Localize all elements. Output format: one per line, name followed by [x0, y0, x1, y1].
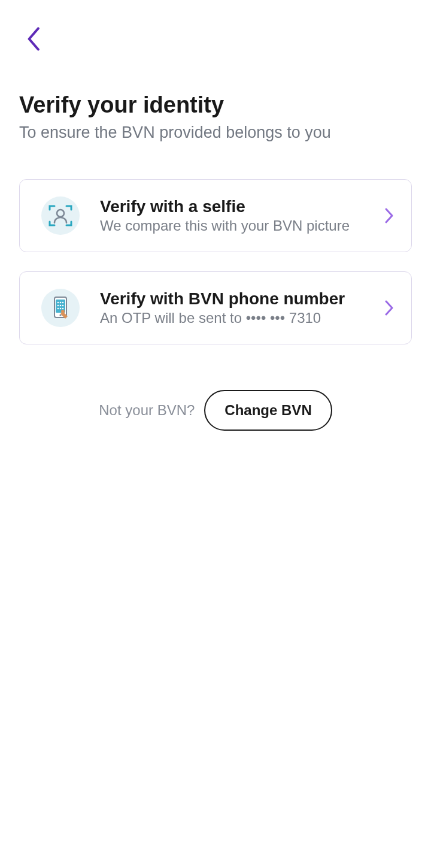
selfie-scan-icon — [41, 196, 80, 235]
svg-point-4 — [60, 301, 62, 303]
option-text: Verify with BVN phone number An OTP will… — [100, 289, 363, 326]
page-subtitle: To ensure the BVN provided belongs to yo… — [19, 122, 412, 143]
footer-row: Not your BVN? Change BVN — [19, 390, 412, 431]
verify-identity-screen: Verify your identity To ensure the BVN p… — [0, 0, 431, 431]
chevron-right-icon — [384, 299, 394, 317]
header-block: Verify your identity To ensure the BVN p… — [19, 92, 412, 143]
chevron-left-icon — [26, 27, 43, 53]
svg-point-11 — [62, 307, 64, 309]
phone-otp-icon — [41, 289, 80, 327]
svg-point-8 — [62, 304, 64, 306]
svg-point-9 — [57, 307, 59, 309]
chevron-right-icon — [384, 207, 394, 225]
not-your-bvn-label: Not your BVN? — [99, 402, 195, 419]
svg-point-10 — [60, 307, 62, 309]
option-title: Verify with a selfie — [100, 197, 363, 216]
change-bvn-button[interactable]: Change BVN — [204, 390, 332, 431]
option-subtitle: An OTP will be sent to •••• ••• 7310 — [100, 310, 363, 326]
option-verify-phone[interactable]: Verify with BVN phone number An OTP will… — [19, 271, 412, 344]
svg-point-0 — [57, 210, 64, 217]
svg-point-5 — [62, 301, 64, 303]
option-title: Verify with BVN phone number — [100, 289, 363, 309]
svg-point-13 — [61, 310, 65, 313]
svg-point-3 — [57, 301, 59, 303]
option-verify-selfie[interactable]: Verify with a selfie We compare this wit… — [19, 179, 412, 252]
svg-point-6 — [57, 304, 59, 306]
page-title: Verify your identity — [19, 92, 412, 119]
back-button[interactable] — [20, 25, 49, 54]
option-text: Verify with a selfie We compare this wit… — [100, 197, 363, 234]
svg-point-7 — [60, 304, 62, 306]
options-list: Verify with a selfie We compare this wit… — [19, 179, 412, 344]
option-subtitle: We compare this with your BVN picture — [100, 217, 363, 234]
